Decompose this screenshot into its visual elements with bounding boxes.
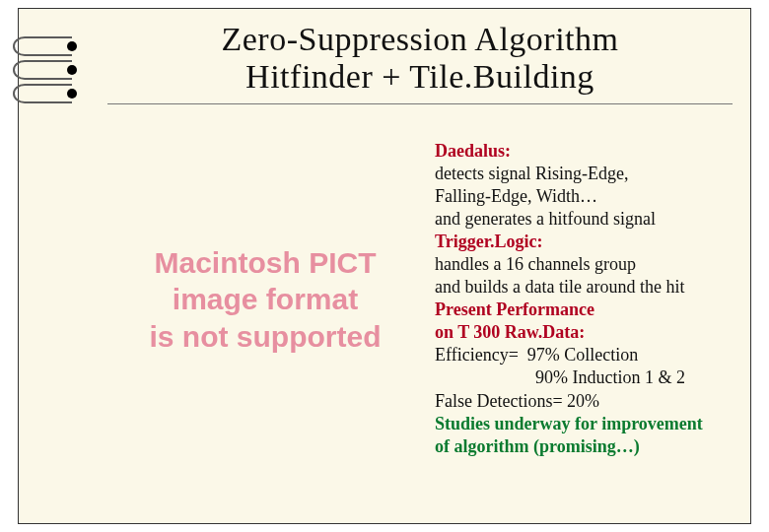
- efficiency-value-1: 97% Collection: [527, 345, 638, 365]
- heading-performance-2: on T 300 Raw.Data:: [435, 321, 733, 344]
- slide-title: Zero-Suppression Algorithm Hitfinder + T…: [107, 21, 733, 96]
- heading-performance-1: Present Performance: [435, 299, 733, 321]
- placeholder-line: is not supported: [117, 318, 413, 356]
- placeholder-line: Macintosh PICT: [117, 244, 413, 282]
- title-line-2: Hitfinder + Tile.Building: [107, 58, 733, 96]
- heading-daedalus: Daedalus:: [435, 141, 511, 161]
- efficiency-row: Efficiency= 97% Collection: [435, 344, 733, 366]
- text-body: Daedalus: detects signal Rising-Edge, Fa…: [435, 112, 733, 487]
- body-line: and generates a hitfound signal: [435, 208, 733, 231]
- image-placeholder-area: Macintosh PICT image format is not suppo…: [107, 112, 423, 487]
- slide-page: Zero-Suppression Algorithm Hitfinder + T…: [18, 8, 751, 524]
- body-line: detects signal Rising-Edge,: [435, 163, 733, 185]
- body-line: Falling-Edge, Width…: [435, 185, 733, 208]
- binding-ring-icon: [13, 36, 72, 56]
- false-detections: False Detections= 20%: [435, 390, 733, 413]
- pict-not-supported-message: Macintosh PICT image format is not suppo…: [117, 244, 413, 356]
- placeholder-line: image format: [117, 281, 413, 318]
- content-row: Macintosh PICT image format is not suppo…: [107, 112, 733, 487]
- title-divider: [107, 103, 733, 104]
- spiral-binding: [13, 36, 82, 125]
- heading-trigger-logic: Trigger.Logic:: [435, 232, 542, 251]
- studies-line-2: of algorithm (promising…): [435, 435, 733, 458]
- binding-ring-icon: [13, 84, 72, 103]
- body-line: handles a 16 channels group: [435, 253, 733, 276]
- title-line-1: Zero-Suppression Algorithm: [107, 21, 733, 58]
- studies-line-1: Studies underway for improvement: [435, 413, 733, 435]
- body-line: and builds a data tile around the hit: [435, 276, 733, 299]
- efficiency-value-2: 90% Induction 1 & 2: [435, 366, 733, 389]
- slide-content: Zero-Suppression Algorithm Hitfinder + T…: [19, 9, 750, 523]
- binding-ring-icon: [13, 60, 72, 80]
- efficiency-label: Efficiency=: [435, 345, 519, 365]
